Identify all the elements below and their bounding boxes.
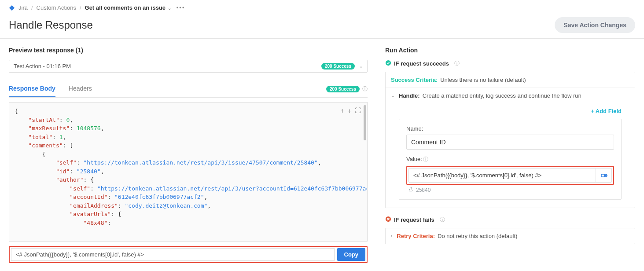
- if-succeeds-row: IF request succeeds ⓘ: [385, 60, 635, 67]
- value-preview: 25840: [406, 187, 614, 193]
- svg-marker-0: [9, 5, 15, 10]
- expand-icon[interactable]: ⛶: [355, 106, 361, 115]
- tab-headers[interactable]: Headers: [69, 81, 92, 97]
- name-input[interactable]: [406, 135, 614, 150]
- check-circle-icon: [385, 60, 391, 67]
- if-fails-row: IF request fails ⓘ: [385, 216, 635, 223]
- handle-row[interactable]: ⌄ Handle: Create a matched entity, log s…: [386, 88, 635, 103]
- info-icon[interactable]: ⓘ: [362, 85, 368, 93]
- success-panel: Success Criteria: Unless there is no fai…: [385, 72, 635, 208]
- retry-criteria-row[interactable]: › Retry Criteria: Do not retry this acti…: [386, 228, 635, 244]
- copy-expression-row: <# JsonPath({{body}}, '$.comments[0].id'…: [9, 246, 368, 263]
- preview-title: Preview test response (1): [9, 47, 368, 54]
- jira-icon: [9, 5, 15, 11]
- chevron-down-icon: ⌄: [359, 64, 363, 69]
- more-icon[interactable]: •••: [177, 4, 185, 11]
- scrollbar[interactable]: [364, 105, 366, 140]
- save-action-button[interactable]: Save Action Changes: [555, 17, 635, 33]
- x-circle-icon: [385, 216, 391, 223]
- test-response-select[interactable]: Test Action - 01:16 PM 200 Success ⌄: [9, 60, 368, 73]
- flask-icon: [408, 187, 413, 193]
- insert-field-icon[interactable]: [596, 168, 611, 182]
- info-icon[interactable]: ⓘ: [423, 156, 428, 162]
- chevron-right-icon: ›: [391, 234, 392, 238]
- status-badge: 200 Success: [326, 86, 360, 92]
- name-label: Name:: [406, 125, 614, 132]
- page-title: Handle Response: [9, 19, 93, 31]
- tab-response-body[interactable]: Response Body: [9, 81, 55, 97]
- value-input[interactable]: [409, 168, 596, 182]
- copy-expression-input[interactable]: <# JsonPath({{body}}, '$.comments[0].id'…: [11, 248, 335, 261]
- chevron-down-icon: ⌄: [391, 93, 394, 98]
- field-card: Name: Value:ⓘ: [399, 119, 622, 200]
- info-icon[interactable]: ⓘ: [440, 216, 445, 223]
- breadcrumb-current[interactable]: Get all comments on an issue ⌄: [85, 4, 171, 11]
- breadcrumb-section[interactable]: Custom Actions: [37, 4, 76, 11]
- arrow-up-icon[interactable]: ↑: [340, 106, 344, 115]
- breadcrumb: Jira / Custom Actions / Get all comments…: [9, 4, 635, 11]
- value-label: Value:ⓘ: [406, 156, 614, 163]
- success-criteria-row[interactable]: Success Criteria: Unless there is no fai…: [386, 72, 635, 88]
- info-icon[interactable]: ⓘ: [454, 60, 460, 67]
- status-badge: 200 Success: [321, 63, 355, 70]
- chevron-down-icon: ⌄: [166, 6, 171, 11]
- add-field-button[interactable]: + Add Field: [399, 108, 622, 114]
- breadcrumb-app[interactable]: Jira: [18, 4, 28, 11]
- run-action-title: Run Action: [385, 47, 635, 54]
- fail-panel: › Retry Criteria: Do not retry this acti…: [385, 228, 635, 244]
- copy-button[interactable]: Copy: [337, 248, 366, 261]
- response-body-json[interactable]: ↑ ↓ ⛶ { "startAt": 0, "maxResults": 1048…: [9, 102, 368, 242]
- arrow-down-icon[interactable]: ↓: [348, 106, 351, 115]
